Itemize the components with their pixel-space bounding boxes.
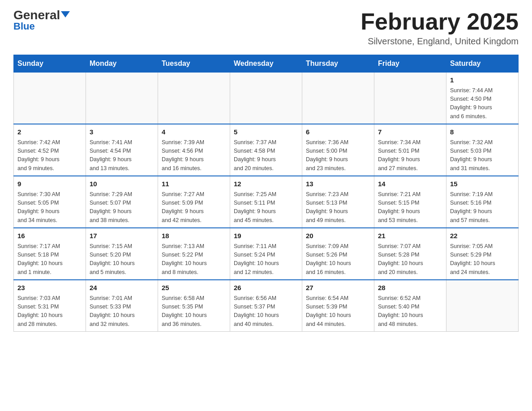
day-info: Sunrise: 7:25 AM Sunset: 5:11 PM Dayligh… <box>234 190 298 225</box>
day-info: Sunrise: 7:13 AM Sunset: 5:22 PM Dayligh… <box>162 242 226 277</box>
calendar-week-row: 16Sunrise: 7:17 AM Sunset: 5:18 PM Dayli… <box>14 228 519 280</box>
table-row: 1Sunrise: 7:44 AM Sunset: 4:50 PM Daylig… <box>446 73 519 124</box>
day-number: 10 <box>90 179 154 189</box>
table-row <box>158 73 230 124</box>
table-row <box>14 73 86 124</box>
day-number: 6 <box>306 127 370 137</box>
day-info: Sunrise: 7:39 AM Sunset: 4:56 PM Dayligh… <box>162 138 226 173</box>
day-number: 7 <box>378 127 442 137</box>
day-info: Sunrise: 7:23 AM Sunset: 5:13 PM Dayligh… <box>306 190 370 225</box>
table-row: 2Sunrise: 7:42 AM Sunset: 4:52 PM Daylig… <box>14 124 86 176</box>
calendar-week-row: 1Sunrise: 7:44 AM Sunset: 4:50 PM Daylig… <box>14 73 519 124</box>
day-number: 24 <box>90 283 154 293</box>
col-saturday: Saturday <box>446 55 519 73</box>
day-number: 21 <box>378 231 442 241</box>
logo-general: General <box>13 9 70 21</box>
day-number: 1 <box>450 75 515 86</box>
day-number: 13 <box>306 179 370 189</box>
calendar-week-row: 23Sunrise: 7:03 AM Sunset: 5:31 PM Dayli… <box>14 280 519 332</box>
table-row: 10Sunrise: 7:29 AM Sunset: 5:07 PM Dayli… <box>86 176 158 228</box>
page-header: General Blue February 2025 Silverstone, … <box>13 9 519 47</box>
day-number: 15 <box>450 179 515 189</box>
day-number: 12 <box>234 179 298 189</box>
table-row: 26Sunrise: 6:56 AM Sunset: 5:37 PM Dayli… <box>230 280 302 332</box>
day-info: Sunrise: 7:30 AM Sunset: 5:05 PM Dayligh… <box>17 190 82 225</box>
day-number: 25 <box>162 283 226 293</box>
title-section: February 2025 Silverstone, England, Unit… <box>360 9 519 47</box>
table-row: 9Sunrise: 7:30 AM Sunset: 5:05 PM Daylig… <box>14 176 86 228</box>
table-row: 23Sunrise: 7:03 AM Sunset: 5:31 PM Dayli… <box>14 280 86 332</box>
calendar-header-row: Sunday Monday Tuesday Wednesday Thursday… <box>14 55 519 73</box>
day-number: 17 <box>90 231 154 241</box>
table-row: 25Sunrise: 6:58 AM Sunset: 5:35 PM Dayli… <box>158 280 230 332</box>
day-number: 18 <box>162 231 226 241</box>
logo: General Blue <box>13 9 70 32</box>
day-info: Sunrise: 7:15 AM Sunset: 5:20 PM Dayligh… <box>90 242 154 277</box>
table-row: 8Sunrise: 7:32 AM Sunset: 5:03 PM Daylig… <box>446 124 519 176</box>
day-number: 14 <box>378 179 442 189</box>
day-number: 11 <box>162 179 226 189</box>
day-info: Sunrise: 6:56 AM Sunset: 5:37 PM Dayligh… <box>234 294 298 329</box>
day-number: 5 <box>234 127 298 137</box>
table-row: 7Sunrise: 7:34 AM Sunset: 5:01 PM Daylig… <box>374 124 446 176</box>
day-number: 4 <box>162 127 226 137</box>
table-row: 12Sunrise: 7:25 AM Sunset: 5:11 PM Dayli… <box>230 176 302 228</box>
table-row: 3Sunrise: 7:41 AM Sunset: 4:54 PM Daylig… <box>86 124 158 176</box>
table-row <box>374 73 446 124</box>
table-row: 27Sunrise: 6:54 AM Sunset: 5:39 PM Dayli… <box>302 280 374 332</box>
day-info: Sunrise: 7:27 AM Sunset: 5:09 PM Dayligh… <box>162 190 226 225</box>
table-row: 28Sunrise: 6:52 AM Sunset: 5:40 PM Dayli… <box>374 280 446 332</box>
day-number: 23 <box>17 283 82 293</box>
table-row: 17Sunrise: 7:15 AM Sunset: 5:20 PM Dayli… <box>86 228 158 280</box>
month-title: February 2025 <box>360 9 519 34</box>
table-row: 18Sunrise: 7:13 AM Sunset: 5:22 PM Dayli… <box>158 228 230 280</box>
col-sunday: Sunday <box>14 55 86 73</box>
table-row: 16Sunrise: 7:17 AM Sunset: 5:18 PM Dayli… <box>14 228 86 280</box>
day-info: Sunrise: 7:11 AM Sunset: 5:24 PM Dayligh… <box>234 242 298 277</box>
table-row <box>230 73 302 124</box>
day-number: 20 <box>306 231 370 241</box>
col-tuesday: Tuesday <box>158 55 230 73</box>
calendar-week-row: 9Sunrise: 7:30 AM Sunset: 5:05 PM Daylig… <box>14 176 519 228</box>
day-info: Sunrise: 7:32 AM Sunset: 5:03 PM Dayligh… <box>450 138 515 173</box>
location: Silverstone, England, United Kingdom <box>360 36 519 47</box>
day-info: Sunrise: 7:44 AM Sunset: 4:50 PM Dayligh… <box>450 86 515 121</box>
calendar-table: Sunday Monday Tuesday Wednesday Thursday… <box>13 55 519 332</box>
col-monday: Monday <box>86 55 158 73</box>
day-info: Sunrise: 7:42 AM Sunset: 4:52 PM Dayligh… <box>17 138 82 173</box>
day-info: Sunrise: 6:58 AM Sunset: 5:35 PM Dayligh… <box>162 294 226 329</box>
table-row: 4Sunrise: 7:39 AM Sunset: 4:56 PM Daylig… <box>158 124 230 176</box>
day-info: Sunrise: 7:05 AM Sunset: 5:29 PM Dayligh… <box>450 242 515 277</box>
col-wednesday: Wednesday <box>230 55 302 73</box>
day-number: 26 <box>234 283 298 293</box>
table-row <box>302 73 374 124</box>
day-number: 8 <box>450 127 515 137</box>
table-row: 14Sunrise: 7:21 AM Sunset: 5:15 PM Dayli… <box>374 176 446 228</box>
day-number: 2 <box>17 127 82 137</box>
day-info: Sunrise: 7:37 AM Sunset: 4:58 PM Dayligh… <box>234 138 298 173</box>
table-row: 5Sunrise: 7:37 AM Sunset: 4:58 PM Daylig… <box>230 124 302 176</box>
calendar-week-row: 2Sunrise: 7:42 AM Sunset: 4:52 PM Daylig… <box>14 124 519 176</box>
day-info: Sunrise: 7:19 AM Sunset: 5:16 PM Dayligh… <box>450 190 515 225</box>
day-info: Sunrise: 6:52 AM Sunset: 5:40 PM Dayligh… <box>378 294 442 329</box>
day-number: 22 <box>450 231 515 241</box>
day-info: Sunrise: 7:03 AM Sunset: 5:31 PM Dayligh… <box>17 294 82 329</box>
table-row: 20Sunrise: 7:09 AM Sunset: 5:26 PM Dayli… <box>302 228 374 280</box>
day-number: 9 <box>17 179 82 189</box>
table-row <box>86 73 158 124</box>
table-row: 21Sunrise: 7:07 AM Sunset: 5:28 PM Dayli… <box>374 228 446 280</box>
day-info: Sunrise: 7:17 AM Sunset: 5:18 PM Dayligh… <box>17 242 82 277</box>
day-info: Sunrise: 7:09 AM Sunset: 5:26 PM Dayligh… <box>306 242 370 277</box>
table-row <box>446 280 519 332</box>
table-row: 13Sunrise: 7:23 AM Sunset: 5:13 PM Dayli… <box>302 176 374 228</box>
table-row: 19Sunrise: 7:11 AM Sunset: 5:24 PM Dayli… <box>230 228 302 280</box>
col-thursday: Thursday <box>302 55 374 73</box>
table-row: 22Sunrise: 7:05 AM Sunset: 5:29 PM Dayli… <box>446 228 519 280</box>
day-info: Sunrise: 7:21 AM Sunset: 5:15 PM Dayligh… <box>378 190 442 225</box>
day-info: Sunrise: 7:01 AM Sunset: 5:33 PM Dayligh… <box>90 294 154 329</box>
day-info: Sunrise: 7:29 AM Sunset: 5:07 PM Dayligh… <box>90 190 154 225</box>
day-number: 28 <box>378 283 442 293</box>
day-info: Sunrise: 6:54 AM Sunset: 5:39 PM Dayligh… <box>306 294 370 329</box>
day-number: 3 <box>90 127 154 137</box>
day-number: 19 <box>234 231 298 241</box>
